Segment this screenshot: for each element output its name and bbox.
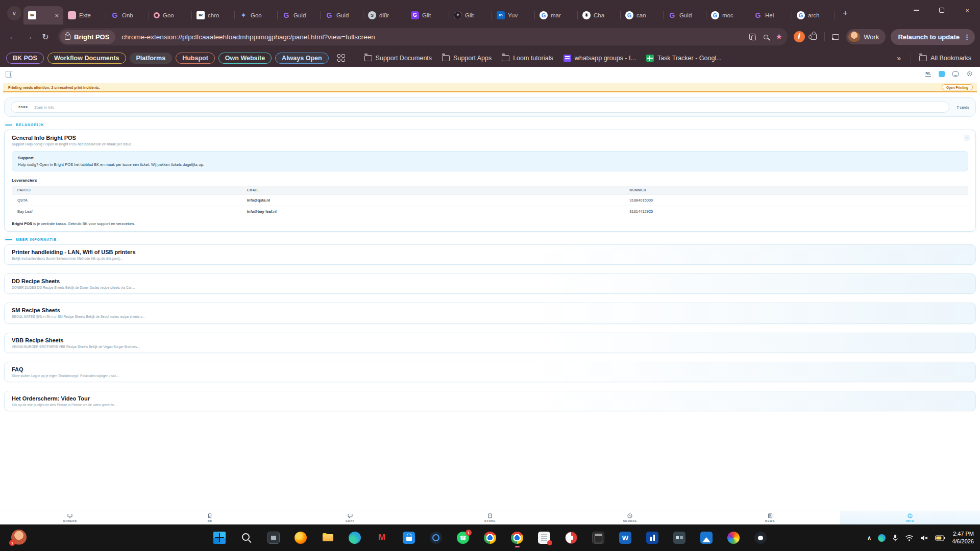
browser-tab[interactable]: G Hel: [749, 6, 792, 24]
task-view-icon[interactable]: [267, 532, 280, 544]
file-explorer-icon[interactable]: [322, 532, 334, 544]
nav-bk[interactable]: BK: [140, 511, 280, 524]
info-card[interactable]: Het Orderscherm: Video Tour Klik op de d…: [4, 391, 976, 411]
browser-tab[interactable]: G can: [621, 6, 664, 24]
apps-grid-icon[interactable]: [337, 54, 345, 62]
browser-tab[interactable]: ✳ Cha: [578, 6, 621, 24]
cast-icon[interactable]: [829, 30, 842, 43]
nav-info[interactable]: INFO: [840, 511, 980, 524]
browser-tab[interactable]: Exte: [63, 6, 106, 24]
tray-edge-icon[interactable]: [878, 534, 886, 542]
bookmark-pill[interactable]: Hubspot: [176, 53, 215, 64]
bookmark-pill[interactable]: Platforms: [130, 53, 173, 64]
browser-tab[interactable]: ✧ Glit: [449, 6, 492, 24]
nav-chat[interactable]: CHAT: [280, 511, 420, 524]
microsoft-store-icon[interactable]: [403, 532, 415, 544]
browser-tab[interactable]: G moc: [706, 6, 749, 24]
browser-tab[interactable]: G Guid: [664, 6, 706, 24]
github-icon[interactable]: [754, 532, 767, 544]
word-icon[interactable]: W: [619, 532, 631, 544]
info-card[interactable]: DD Recipe Sheets DÖNER DUDES DD Recipe S…: [4, 273, 976, 294]
language-toggle[interactable]: NL: [925, 71, 931, 77]
browser-tab[interactable]: BK chro: [192, 6, 235, 24]
keyboard-app-icon[interactable]: [673, 532, 685, 544]
bookmark-folder[interactable]: whatsapp groups - I...: [561, 55, 639, 62]
wifi-icon[interactable]: [905, 535, 914, 541]
translate-icon[interactable]: [746, 30, 759, 43]
battery-icon[interactable]: [935, 535, 945, 541]
chrome-profile-icon[interactable]: [565, 532, 577, 544]
bookmark-pill[interactable]: Workflow Documents: [47, 53, 126, 64]
profile-chip[interactable]: Work: [846, 29, 886, 44]
settings-gear-icon[interactable]: [966, 70, 973, 77]
feedback-bubble-icon[interactable]: [952, 71, 959, 77]
camera-app-icon[interactable]: [430, 532, 442, 544]
bookmark-folder[interactable]: Loom tutorials: [499, 55, 556, 62]
search-input[interactable]: [34, 105, 942, 110]
bookmarks-overflow-icon[interactable]: »: [893, 54, 905, 62]
mail-app-icon[interactable]: M: [376, 532, 388, 544]
bookmark-folder[interactable]: Task Tracker - Googl...: [644, 55, 724, 62]
chrome-icon[interactable]: [484, 532, 496, 544]
new-tab-button[interactable]: +: [838, 6, 852, 20]
collapse-button[interactable]: −: [964, 135, 970, 141]
bookmark-pill[interactable]: Always Open: [275, 53, 329, 64]
supplier-email-link[interactable]: info@bay-leaf.nl: [241, 206, 624, 217]
browser-tab[interactable]: G Guid: [278, 6, 321, 24]
info-card[interactable]: VBB Recipe Sheets VEGAN BURGER BROTHERS …: [4, 333, 976, 353]
calculator-icon[interactable]: [592, 532, 604, 544]
nav-news[interactable]: NEWS: [700, 511, 840, 524]
browser-tab[interactable]: ✦ Goo: [235, 6, 278, 24]
widgets-icon[interactable]: 1: [11, 530, 27, 545]
supplier-email-link[interactable]: info@qsta.nl: [241, 195, 624, 206]
back-button[interactable]: ←: [5, 29, 20, 44]
volume-muted-icon[interactable]: [920, 535, 928, 541]
relaunch-to-update-button[interactable]: Relaunch to update ⋮: [891, 29, 975, 45]
taskbar-search-icon[interactable]: [240, 532, 253, 544]
paint-icon[interactable]: [727, 532, 740, 544]
nav-orders[interactable]: ORDERS: [0, 511, 140, 524]
side-panel-icon[interactable]: [6, 71, 12, 78]
bookmark-folder[interactable]: Support Apps: [439, 55, 494, 62]
document-app-icon[interactable]: [538, 532, 550, 544]
photos-icon[interactable]: [700, 532, 713, 544]
orange-extension-icon[interactable]: [793, 30, 806, 43]
browser-tab[interactable]: G arch: [792, 6, 835, 24]
maximize-button[interactable]: [929, 0, 954, 20]
chat-icon[interactable]: [939, 71, 945, 77]
zoom-icon[interactable]: [759, 30, 772, 43]
nav-snooze[interactable]: SNOOZE: [560, 511, 700, 524]
nav-store[interactable]: STORE: [420, 511, 560, 524]
taskbar-clock[interactable]: 2:47 PM 4/6/2026: [952, 530, 974, 545]
reload-button[interactable]: ↻: [38, 29, 53, 44]
start-button-icon[interactable]: [213, 532, 226, 544]
general-info-card[interactable]: General Info Bright POS Support Hulp nod…: [4, 130, 976, 232]
firefox-icon[interactable]: [295, 532, 307, 544]
url-text[interactable]: chrome-extension://pfpclfcaaaleehfoadmhp…: [115, 33, 746, 41]
browser-tab[interactable]: in Yuv: [492, 6, 535, 24]
close-button[interactable]: ×: [954, 0, 980, 20]
microphone-icon[interactable]: [892, 534, 898, 542]
extension-name-chip[interactable]: Bright POS: [60, 30, 115, 44]
browser-tab[interactable]: Goo: [149, 6, 192, 24]
address-bar[interactable]: Bright POS chrome-extension://pfpclfcaaa…: [58, 28, 788, 45]
browser-tab[interactable]: G Guid: [321, 6, 363, 24]
info-card[interactable]: Printer handleiding - LAN, Wifi of USB p…: [4, 244, 976, 265]
all-bookmarks[interactable]: All Bookmarks: [917, 55, 974, 62]
bookmark-pill[interactable]: Own Website: [218, 53, 272, 64]
browser-tab[interactable]: G mar: [535, 6, 578, 24]
info-card[interactable]: SM Recipe Sheets SEOUL MATES 잘먹자 레시피 SM …: [4, 303, 976, 324]
browser-tab[interactable]: G Glit: [406, 6, 449, 24]
bookmark-folder[interactable]: Support Documents: [362, 55, 434, 62]
browser-tab[interactable]: S di8r: [363, 6, 406, 24]
browser-tab[interactable]: BK ×: [23, 6, 63, 24]
info-card[interactable]: FAQ Store sluiten Log in op je eigen Thu…: [4, 362, 976, 382]
minimize-button[interactable]: [903, 0, 929, 20]
chrome-active-icon[interactable]: [511, 532, 523, 544]
browser-tab[interactable]: G Onb: [106, 6, 149, 24]
edge-icon[interactable]: [349, 532, 361, 544]
bookmark-star-icon[interactable]: ★: [772, 30, 786, 43]
spreadsheet-app-icon[interactable]: [646, 532, 658, 544]
browser-menu-icon[interactable]: ⋮: [964, 33, 970, 41]
forward-button[interactable]: →: [21, 29, 37, 44]
